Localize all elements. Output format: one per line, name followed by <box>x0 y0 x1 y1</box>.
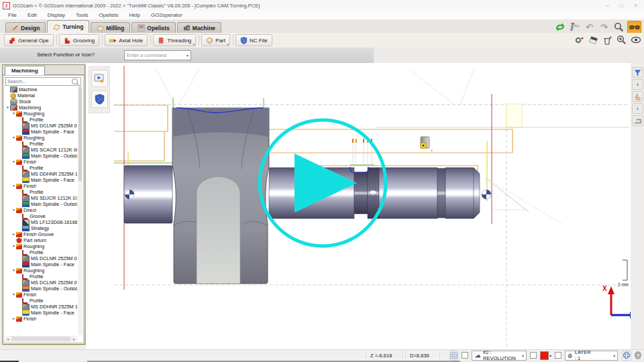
tree-item[interactable]: Main Spindle - Face <box>5 177 77 183</box>
scroll-right-arrow-icon[interactable]: ▸ <box>71 337 77 341</box>
scroll-left-arrow-icon[interactable]: ◂ <box>5 337 11 341</box>
viewport[interactable]: c 2 mm X Z <box>86 63 631 350</box>
tree-item[interactable]: ▾Finish <box>5 292 77 298</box>
tree-item[interactable]: Material <box>5 93 77 99</box>
pick-hand-button[interactable] <box>632 91 643 102</box>
tree-item[interactable]: Profile <box>5 165 77 171</box>
machine-simulation-button[interactable] <box>91 70 108 87</box>
close-button[interactable]: × <box>634 2 637 9</box>
tree-item[interactable]: MS SDJCR 1212K 07-S.T0 <box>5 195 77 201</box>
tree-item[interactable]: Profile <box>5 249 77 255</box>
previous-view-button[interactable]: ‹ <box>632 79 643 90</box>
tree-item[interactable]: Machine <box>5 86 77 93</box>
part-dropdown-arrow[interactable]: ▾ <box>227 42 229 46</box>
tab-design[interactable]: Design <box>5 22 46 33</box>
tree-item[interactable]: ▾Roughing <box>5 135 77 141</box>
tree-item[interactable]: MS LF123D08-16168.T01 <box>5 219 77 225</box>
tree-item[interactable]: MS DCLNR 2525M 09.T00 <box>5 123 77 129</box>
expander-open-icon[interactable]: ▾ <box>11 111 16 116</box>
layer-checkbox[interactable] <box>555 352 561 359</box>
expander-open-icon[interactable]: ▾ <box>11 184 16 188</box>
tree-item[interactable]: ▸Finish <box>5 316 77 322</box>
color-checkbox[interactable] <box>530 352 537 359</box>
spindle-combobox[interactable]: #2 : REVOLUTION ▾ <box>472 351 527 361</box>
tree-horizontal-scrollbar[interactable]: ◂ ▸ <box>5 336 77 342</box>
tree-search-input[interactable] <box>7 79 72 84</box>
nc-shield-button[interactable] <box>91 90 108 108</box>
tree-item[interactable]: MS DDHNR 2525M 15.T00 <box>5 304 77 310</box>
menu-display[interactable]: Display <box>42 12 70 18</box>
tree-item[interactable]: Main Spindle - Outside <box>5 286 77 292</box>
menu-opelists[interactable]: Opelists <box>94 12 124 18</box>
current-color-swatch[interactable] <box>540 351 549 360</box>
tree-item[interactable]: ▾Finish <box>5 183 77 189</box>
tree-item[interactable]: ▾Roughing <box>5 267 77 274</box>
menu-file[interactable]: File <box>3 12 22 18</box>
expander-open-icon[interactable]: ▾ <box>11 292 16 297</box>
redo-button[interactable]: ↷ <box>598 21 610 33</box>
threading-button[interactable]: Threading ▾ <box>153 34 196 46</box>
command-combobox[interactable]: Enter a command ▾ <box>124 50 191 60</box>
grooving-button[interactable]: Grooving <box>59 34 99 46</box>
grid-toggle-button[interactable] <box>449 351 458 361</box>
tree-item[interactable]: Strategy <box>5 225 77 231</box>
step-back-button[interactable]: ‹ <box>632 103 643 114</box>
spindle-checkbox[interactable] <box>462 352 468 359</box>
axial-hole-button[interactable]: Axial Hole <box>105 34 148 46</box>
tree-item[interactable]: ▾Machining <box>5 105 77 111</box>
zoom-search-button[interactable] <box>612 21 625 33</box>
layer-combobox[interactable]: LAYER : 1 ▾ <box>565 351 618 361</box>
menu-edit[interactable]: Edit <box>22 12 42 18</box>
erase-button[interactable] <box>587 34 600 46</box>
part-button[interactable]: Part ▾ <box>201 34 230 46</box>
tree-item[interactable]: Profile <box>5 189 77 195</box>
tree-item[interactable]: MS DCLNR 2525M 09.T00 <box>5 280 77 286</box>
tree-search-box[interactable] <box>5 77 81 86</box>
menu-tools[interactable]: Tools <box>70 12 94 18</box>
tree-item[interactable]: Main Spindle - Outside <box>5 201 77 207</box>
help-button[interactable]: ? <box>635 351 641 359</box>
tab-opelists[interactable]: Opelists <box>131 22 176 33</box>
undo-button[interactable]: ↶ <box>583 21 596 33</box>
tree-item[interactable]: MS DDHNR 2525M 15.T00 <box>5 171 77 177</box>
menu-help[interactable]: Help <box>124 12 146 18</box>
maximize-button[interactable]: □ <box>620 2 623 9</box>
tree-item[interactable]: Profile <box>5 298 77 304</box>
tree-item[interactable]: ▾Roughing <box>5 111 77 117</box>
color-dropdown-arrow[interactable]: ▾ <box>549 353 551 358</box>
tab-milling[interactable]: Milling <box>91 22 130 33</box>
stock-view-button[interactable] <box>632 115 643 126</box>
expander-open-icon[interactable]: ▾ <box>5 105 10 110</box>
nc-file-button[interactable]: NC File <box>235 34 272 46</box>
tree-item[interactable]: MS SCACR 1212K 06-S.T <box>5 147 77 153</box>
machining-panel-tab[interactable]: Machining <box>5 66 45 75</box>
tab-machine[interactable]: Machine <box>177 22 221 33</box>
scrollbar-thumb[interactable] <box>78 86 82 181</box>
expander-closed-icon[interactable]: ▸ <box>11 232 16 237</box>
threading-dropdown-arrow[interactable]: ▾ <box>193 42 195 46</box>
tree-item[interactable]: Main Spindle - Face <box>5 129 77 135</box>
visibility-button[interactable] <box>629 34 642 46</box>
tree-item[interactable]: ▾Finish <box>5 159 77 165</box>
clean-trash-button[interactable] <box>601 34 614 46</box>
simulation-tools-button[interactable] <box>573 34 586 46</box>
measure-button[interactable] <box>568 21 581 33</box>
scrollbar-thumb[interactable] <box>11 337 70 341</box>
tree-item[interactable]: ▾Roughing <box>5 243 77 249</box>
filter-button[interactable] <box>632 67 643 78</box>
view-globe-button[interactable] <box>622 351 631 361</box>
zoom-extent-button[interactable] <box>615 34 628 46</box>
sync-refresh-button[interactable] <box>553 21 566 33</box>
viewport-canvas[interactable]: c 2 mm X Z <box>86 63 631 350</box>
tree-item[interactable]: Main Spindle - Outside <box>5 153 77 159</box>
tree-vertical-scrollbar[interactable] <box>78 86 83 335</box>
expander-open-icon[interactable]: ▾ <box>11 208 16 213</box>
tree-item[interactable]: Part return <box>5 237 77 243</box>
tree-item[interactable]: Profile <box>5 141 77 147</box>
review-glasses-button[interactable] <box>627 21 641 34</box>
tab-turning[interactable]: Turning <box>47 20 89 33</box>
tree-item[interactable]: Main Spindle - Face <box>5 261 77 267</box>
menu-go2operator[interactable]: GO2operator <box>146 12 188 18</box>
expander-open-icon[interactable]: ▾ <box>11 160 16 164</box>
tree-item[interactable]: Groove <box>5 213 77 219</box>
